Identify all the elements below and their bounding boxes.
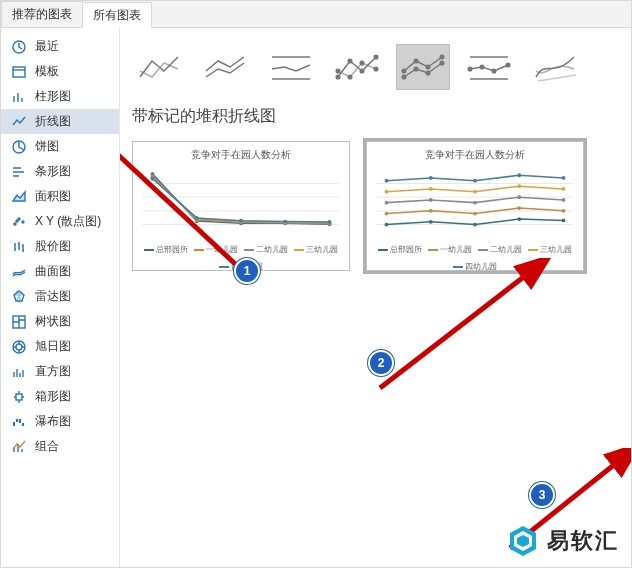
- line-icon: [11, 114, 27, 130]
- sidebar-item-label: X Y (散点图): [35, 213, 101, 230]
- svg-point-58: [283, 220, 287, 224]
- svg-point-73: [562, 209, 566, 213]
- chart-previews: 竞争对手在园人数分析 总部园所一幼儿园二幼儿园三幼儿园四幼儿园 竞争对手在园人数…: [132, 141, 619, 271]
- svg-point-65: [429, 220, 433, 224]
- recent-icon: [11, 39, 27, 55]
- svg-point-55: [151, 177, 155, 181]
- svg-point-28: [480, 65, 484, 69]
- watermark-text: 易软汇: [547, 526, 619, 556]
- svg-point-67: [517, 217, 521, 221]
- sidebar-item-combo[interactable]: 组合: [1, 434, 119, 459]
- treemap-icon: [11, 314, 27, 330]
- waterfall-icon: [11, 414, 27, 430]
- tab-recommended[interactable]: 推荐的图表: [1, 1, 83, 27]
- svg-point-85: [429, 176, 433, 180]
- svg-point-29: [492, 69, 496, 73]
- preview-title: 竞争对手在园人数分析: [371, 148, 579, 162]
- sidebar-item-surface[interactable]: 曲面图: [1, 259, 119, 284]
- sidebar-item-bar[interactable]: 柱形图: [1, 84, 119, 109]
- sidebar-item-hbar[interactable]: 条形图: [1, 159, 119, 184]
- svg-point-17: [360, 61, 364, 65]
- sidebar-item-line[interactable]: 折线图: [1, 109, 119, 134]
- svg-point-79: [385, 190, 389, 194]
- svg-point-14: [374, 55, 378, 59]
- svg-point-4: [18, 218, 20, 220]
- svg-point-13: [360, 69, 364, 73]
- annotation-badge-3: 3: [529, 482, 555, 508]
- watermark: 易软汇: [507, 525, 619, 557]
- svg-point-6: [16, 220, 18, 222]
- subtype-stacked-line[interactable]: [198, 44, 252, 90]
- subtype-stacked-line-markers[interactable]: [396, 44, 450, 90]
- svg-point-83: [562, 187, 566, 191]
- subtype-line[interactable]: [132, 44, 186, 90]
- legend-item: 二幼儿园: [478, 244, 522, 255]
- area-icon: [11, 189, 27, 205]
- hbar-icon: [11, 164, 27, 180]
- svg-point-70: [429, 209, 433, 213]
- svg-point-69: [385, 212, 389, 216]
- svg-point-72: [517, 206, 521, 210]
- sidebar-item-recent[interactable]: 最近: [1, 34, 119, 59]
- chart-preview-2[interactable]: 竞争对手在园人数分析 总部园所一幼儿园二幼儿园三幼儿园四幼儿园: [366, 141, 584, 271]
- sidebar-item-label: 曲面图: [35, 263, 71, 280]
- svg-point-30: [506, 63, 510, 67]
- subtype-percent-stacked-line-markers[interactable]: [462, 44, 516, 90]
- svg-point-22: [440, 61, 444, 65]
- subtype-line-3d[interactable]: [528, 44, 582, 90]
- subtype-line-markers[interactable]: [330, 44, 384, 90]
- sidebar-item-pie[interactable]: 饼图: [1, 134, 119, 159]
- template-icon: [11, 64, 27, 80]
- subtype-percent-stacked-line[interactable]: [264, 44, 318, 90]
- svg-point-82: [517, 184, 521, 188]
- svg-point-9: [16, 344, 22, 350]
- svg-point-64: [385, 223, 389, 227]
- scatter-icon: [11, 214, 27, 230]
- sidebar-item-histogram[interactable]: 直方图: [1, 359, 119, 384]
- preview-title: 竞争对手在园人数分析: [137, 148, 345, 162]
- svg-point-68: [562, 219, 566, 223]
- sidebar-item-label: 面积图: [35, 188, 71, 205]
- sidebar-item-label: 折线图: [35, 113, 71, 130]
- chart-category-sidebar: 最近模板柱形图折线图饼图条形图面积图X Y (散点图)股价图曲面图雷达图树状图旭…: [1, 28, 120, 568]
- sidebar-item-template[interactable]: 模板: [1, 59, 119, 84]
- chart-subtype-ribbon: [132, 44, 619, 90]
- svg-point-77: [517, 195, 521, 199]
- sidebar-item-box[interactable]: 箱形图: [1, 384, 119, 409]
- chart-preview-1[interactable]: 竞争对手在园人数分析 总部园所一幼儿园二幼儿园三幼儿园四幼儿园: [132, 141, 350, 271]
- svg-point-74: [385, 201, 389, 205]
- sidebar-item-treemap[interactable]: 树状图: [1, 309, 119, 334]
- stock-icon: [11, 239, 27, 255]
- sidebar-item-label: 饼图: [35, 138, 59, 155]
- svg-point-5: [22, 221, 24, 223]
- svg-point-87: [517, 173, 521, 177]
- svg-point-16: [348, 75, 352, 79]
- tab-all-charts[interactable]: 所有图表: [82, 2, 152, 28]
- legend-item: 一幼儿园: [194, 244, 238, 255]
- sidebar-item-area[interactable]: 面积图: [1, 184, 119, 209]
- annotation-badge-2: 2: [368, 350, 394, 376]
- legend-item: 总部园所: [378, 244, 422, 255]
- content-area: 带标记的堆积折线图 竞争对手在园人数分析 总部园所一幼儿园二幼儿园三幼儿园四幼儿…: [120, 28, 631, 568]
- annotation-arrow-2: [360, 258, 560, 398]
- svg-point-88: [562, 176, 566, 180]
- svg-point-59: [328, 220, 332, 224]
- svg-point-86: [473, 179, 477, 183]
- sidebar-item-scatter[interactable]: X Y (散点图): [1, 209, 119, 234]
- svg-point-18: [374, 67, 378, 71]
- svg-rect-10: [16, 394, 22, 400]
- svg-point-81: [473, 190, 477, 194]
- svg-point-76: [473, 201, 477, 205]
- preview-plot: [143, 168, 339, 240]
- chart-subtype-title: 带标记的堆积折线图: [132, 106, 619, 127]
- sidebar-item-label: 旭日图: [35, 338, 71, 355]
- sidebar-item-label: 树状图: [35, 313, 71, 330]
- preview-legend: 总部园所一幼儿园二幼儿园三幼儿园四幼儿园: [371, 244, 579, 272]
- sidebar-item-label: 箱形图: [35, 388, 71, 405]
- sidebar-item-stock[interactable]: 股价图: [1, 234, 119, 259]
- sidebar-item-waterfall[interactable]: 瀑布图: [1, 409, 119, 434]
- sidebar-item-label: 最近: [35, 38, 59, 55]
- sidebar-item-radar[interactable]: 雷达图: [1, 284, 119, 309]
- sidebar-item-sunburst[interactable]: 旭日图: [1, 334, 119, 359]
- svg-point-3: [14, 223, 16, 225]
